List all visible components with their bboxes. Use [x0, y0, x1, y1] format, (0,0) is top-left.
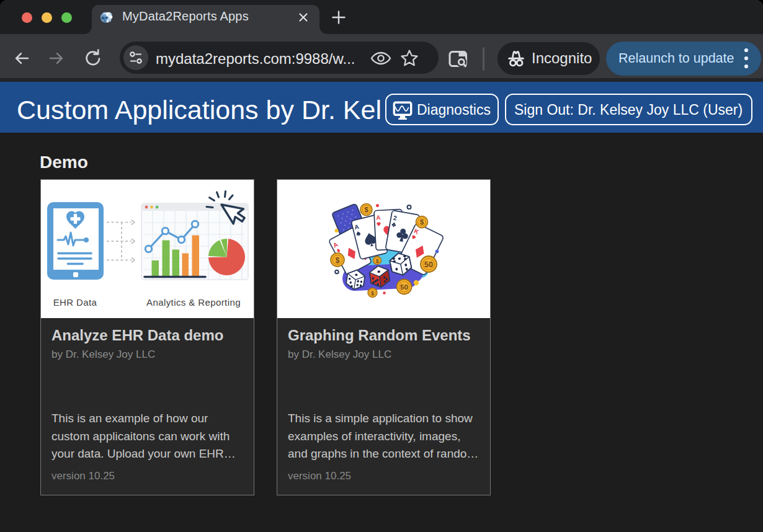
svg-text:Analytics & Reporting: Analytics & Reporting: [146, 297, 241, 308]
svg-text:50: 50: [424, 260, 433, 269]
svg-text:$: $: [336, 256, 340, 265]
svg-text:$: $: [420, 218, 424, 226]
svg-text:A: A: [376, 214, 381, 221]
svg-text:EHR Data: EHR Data: [53, 297, 97, 308]
svg-text:$: $: [364, 206, 368, 213]
svg-text:$: $: [371, 290, 374, 296]
svg-text:$: $: [376, 258, 379, 264]
svg-text:50: 50: [400, 283, 408, 291]
